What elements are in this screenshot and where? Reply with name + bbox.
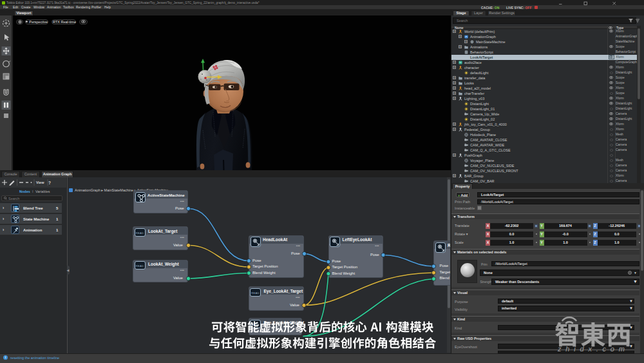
svg-text:zhidx.com: zhidx.com [557,345,629,353]
